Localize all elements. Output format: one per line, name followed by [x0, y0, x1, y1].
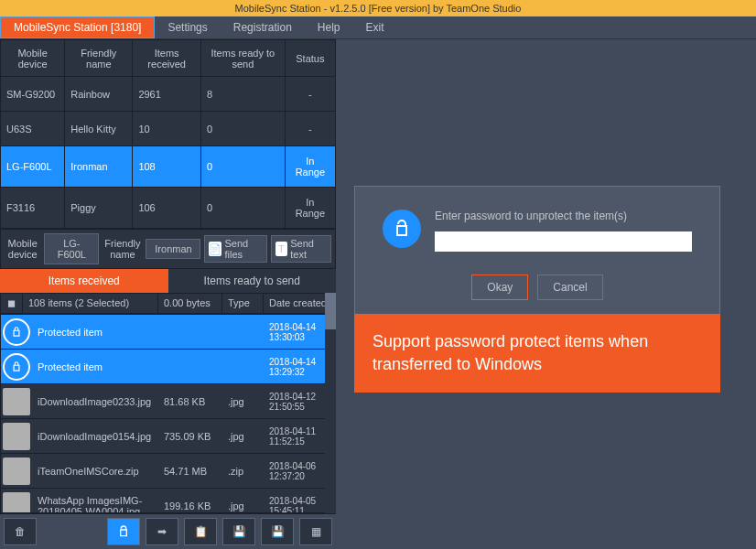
items-scrollbar[interactable]: [325, 293, 336, 513]
menubar: MobileSync Station [3180] Settings Regis…: [0, 16, 756, 39]
friendly-name-field[interactable]: Ironman: [146, 239, 200, 259]
col-ready: Items ready to send: [200, 40, 285, 77]
feature-callout: Support password protect items when tran…: [354, 314, 720, 393]
item-type: .jpg: [222, 427, 264, 446]
password-input[interactable]: [435, 231, 692, 252]
menu-station[interactable]: MobileSync Station [3180]: [0, 16, 155, 38]
tab-bar: Items received Items ready to send: [0, 269, 336, 293]
item-row[interactable]: iDownloadImage0154.jpg735.09 KB.jpg2018-…: [1, 419, 335, 454]
device-row[interactable]: LG-F600LIronman1080In Range: [1, 146, 336, 188]
header-size[interactable]: 0.00 bytes: [158, 294, 222, 313]
copy-button[interactable]: 📋: [184, 518, 217, 545]
grid-button[interactable]: ▦: [299, 518, 332, 545]
mobile-device-label: Mobile device: [5, 238, 40, 260]
item-name: WhatsApp ImagesIMG-20180405-WA0004.jpg: [32, 491, 158, 514]
item-type: [222, 363, 264, 371]
delete-button[interactable]: 🗑: [4, 518, 37, 545]
send-text-icon: T: [275, 242, 288, 256]
window-title: MobileSync Station - v1.2.5.0 [Free vers…: [0, 0, 756, 16]
item-row[interactable]: Protected item2018-04-1413:29:32: [1, 350, 335, 384]
device-row[interactable]: SM-G9200Rainbow29618-: [1, 77, 336, 112]
select-all-checkbox[interactable]: ◼: [1, 294, 23, 313]
okay-button[interactable]: Okay: [471, 274, 528, 300]
item-type: .jpg: [222, 393, 264, 411]
item-size: [158, 328, 222, 336]
items-list[interactable]: Protected item2018-04-1413:30:03Protecte…: [0, 314, 336, 513]
item-size: 81.68 KB: [158, 393, 222, 411]
thumbnail: [3, 388, 30, 415]
item-type: .zip: [222, 462, 264, 480]
unlock-icon: [383, 210, 421, 248]
friendly-name-label: Friendly name: [103, 238, 142, 260]
device-row[interactable]: U63SHello Kitty100-: [1, 112, 336, 146]
col-device: Mobile device: [1, 40, 65, 77]
grid-icon: ▦: [311, 525, 321, 538]
item-type: .jpg: [222, 497, 264, 514]
menu-settings[interactable]: Settings: [155, 17, 220, 38]
item-type: [222, 328, 264, 336]
item-name: iDownloadImage0154.jpg: [32, 427, 158, 446]
header-summary[interactable]: 108 items (2 Selected): [23, 294, 158, 313]
thumbnail: [3, 458, 30, 485]
thumbnail: [3, 423, 30, 450]
save-as-button[interactable]: 💾: [261, 518, 294, 545]
arrow-right-icon: ➡: [157, 525, 167, 538]
mobile-device-field[interactable]: LG-F600L: [44, 233, 99, 264]
tab-items-ready[interactable]: Items ready to send: [168, 269, 337, 293]
item-row[interactable]: WhatsApp ImagesIMG-20180405-WA0004.jpg19…: [1, 489, 335, 513]
item-row[interactable]: Protected item2018-04-1413:30:03: [1, 315, 335, 350]
copy-icon: 📋: [194, 525, 208, 538]
col-status: Status: [285, 40, 335, 77]
send-text-button[interactable]: T Send text: [271, 235, 331, 263]
item-row[interactable]: iTeamOneIMSCore.zip54.71 MB.zip2018-04-0…: [1, 454, 335, 489]
save-multi-icon: 💾: [271, 525, 285, 538]
menu-help[interactable]: Help: [305, 17, 353, 38]
menu-exit[interactable]: Exit: [353, 17, 397, 38]
export-button[interactable]: ➡: [146, 518, 178, 545]
item-name: iTeamOneIMSCore.zip: [32, 462, 158, 480]
tab-items-received[interactable]: Items received: [0, 269, 168, 293]
save-button[interactable]: 💾: [222, 518, 255, 545]
lock-thumb-icon: [3, 318, 30, 346]
lock-thumb-icon: [3, 353, 30, 381]
toolbar: 🗑 ➡ 📋 💾 💾 ▦: [0, 513, 336, 549]
menu-registration[interactable]: Registration: [221, 17, 305, 38]
lock-icon: [116, 524, 131, 539]
item-name: Protected item: [32, 323, 158, 341]
item-size: 54.71 MB: [158, 462, 222, 480]
unlock-button[interactable]: [107, 518, 140, 545]
col-received: Items received: [133, 40, 201, 77]
mobile-bar: Mobile device LG-F600L Friendly name Iro…: [0, 229, 336, 269]
device-table: Mobile device Friendly name Items receiv…: [0, 39, 336, 229]
thumbnail: [3, 492, 30, 514]
item-size: [158, 363, 222, 371]
cancel-button[interactable]: Cancel: [537, 274, 602, 300]
send-files-icon: 📄: [209, 242, 221, 256]
col-friendly: Friendly name: [65, 40, 133, 77]
item-name: Protected item: [32, 358, 158, 376]
item-size: 199.16 KB: [158, 497, 222, 514]
send-files-button[interactable]: 📄 Send files: [204, 235, 266, 263]
password-dialog: Enter password to unprotect the item(s) …: [354, 186, 720, 324]
trash-icon: 🗑: [15, 525, 26, 538]
header-type[interactable]: Type: [222, 294, 264, 313]
dialog-prompt: Enter password to unprotect the item(s): [435, 210, 692, 222]
save-icon: 💾: [232, 525, 246, 538]
item-size: 735.09 KB: [158, 427, 222, 446]
device-row[interactable]: F3116Piggy1060In Range: [1, 188, 336, 229]
item-row[interactable]: iDownloadImage0233.jpg81.68 KB.jpg2018-0…: [1, 384, 335, 419]
item-name: iDownloadImage0233.jpg: [32, 393, 158, 411]
items-header: ◼ 108 items (2 Selected) 0.00 bytes Type…: [0, 293, 336, 314]
